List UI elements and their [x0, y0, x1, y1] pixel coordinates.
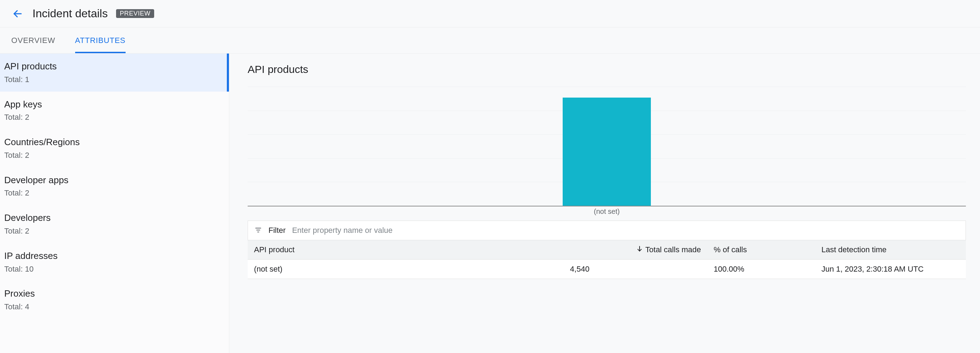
sidebar-item-title: Developers — [4, 211, 222, 225]
tab-overview[interactable]: OVERVIEW — [11, 27, 56, 53]
sidebar-item-title: App keys — [4, 98, 222, 111]
cell-total-calls: 4,540 — [564, 260, 707, 279]
sidebar-item-api-products[interactable]: API products Total: 1 — [0, 54, 229, 92]
arrow-left-icon — [12, 8, 23, 19]
th-api-product[interactable]: API product — [248, 240, 564, 260]
sidebar-item-total: Total: 1 — [4, 74, 220, 85]
cell-percent: 100.00% — [707, 260, 815, 279]
filter-label: Filter — [269, 226, 286, 235]
sidebar-item-title: Proxies — [4, 287, 222, 301]
sidebar-item-total: Total: 2 — [4, 225, 222, 237]
data-table: API product Total calls made % of calls … — [248, 240, 966, 279]
sidebar-item-total: Total: 2 — [4, 150, 222, 161]
attribute-sidebar: API products Total: 1 App keys Total: 2 … — [0, 54, 229, 353]
sidebar-item-title: Developer apps — [4, 174, 222, 187]
th-last-detection[interactable]: Last detection time — [815, 240, 966, 260]
sidebar-item-countries[interactable]: Countries/Regions Total: 2 — [0, 129, 229, 167]
filter-row: Filter — [248, 220, 966, 240]
th-total-calls-label: Total calls made — [645, 245, 701, 254]
filter-input[interactable] — [292, 226, 959, 235]
sidebar-item-total: Total: 4 — [4, 301, 222, 312]
chart-plot-area: (not set) — [248, 87, 966, 206]
table-header-row: API product Total calls made % of calls … — [248, 240, 966, 260]
main-panel: API products (not set) Filter API pro — [229, 54, 980, 353]
sidebar-item-developer-apps[interactable]: Developer apps Total: 2 — [0, 167, 229, 206]
table-row[interactable]: (not set) 4,540 100.00% Jun 1, 2023, 2:3… — [248, 260, 966, 279]
sidebar-item-developers[interactable]: Developers Total: 2 — [0, 205, 229, 243]
sidebar-item-title: Countries/Regions — [4, 136, 222, 149]
sidebar-item-app-keys[interactable]: App keys Total: 2 — [0, 92, 229, 130]
sidebar-item-proxies[interactable]: Proxies Total: 4 — [0, 281, 229, 319]
sidebar-item-title: IP addresses — [4, 249, 222, 263]
chart-bar[interactable] — [563, 98, 651, 206]
sidebar-item-total: Total: 2 — [4, 112, 222, 123]
arrow-down-icon — [636, 245, 643, 254]
tab-bar: OVERVIEW ATTRIBUTES — [0, 27, 980, 54]
sidebar-item-total: Total: 10 — [4, 264, 222, 275]
preview-badge: PREVIEW — [116, 9, 154, 18]
chart-gridline — [248, 87, 966, 87]
sidebar-item-total: Total: 2 — [4, 187, 222, 199]
topbar: Incident details PREVIEW — [0, 0, 980, 27]
cell-last-time: Jun 1, 2023, 2:30:18 AM UTC — [815, 260, 966, 279]
sidebar-item-title: API products — [4, 60, 220, 73]
chart: (not set) — [248, 87, 966, 206]
th-total-calls[interactable]: Total calls made — [564, 240, 707, 260]
cell-api-product: (not set) — [248, 260, 564, 279]
chart-tick-label: (not set) — [594, 207, 619, 215]
tab-attributes[interactable]: ATTRIBUTES — [75, 27, 126, 53]
back-button[interactable] — [11, 7, 24, 20]
filter-icon — [255, 226, 262, 235]
section-title: API products — [248, 63, 966, 75]
sidebar-item-ip-addresses[interactable]: IP addresses Total: 10 — [0, 243, 229, 281]
content-body: API products Total: 1 App keys Total: 2 … — [0, 54, 980, 353]
page-title: Incident details — [32, 7, 108, 20]
th-percent-calls[interactable]: % of calls — [707, 240, 815, 260]
